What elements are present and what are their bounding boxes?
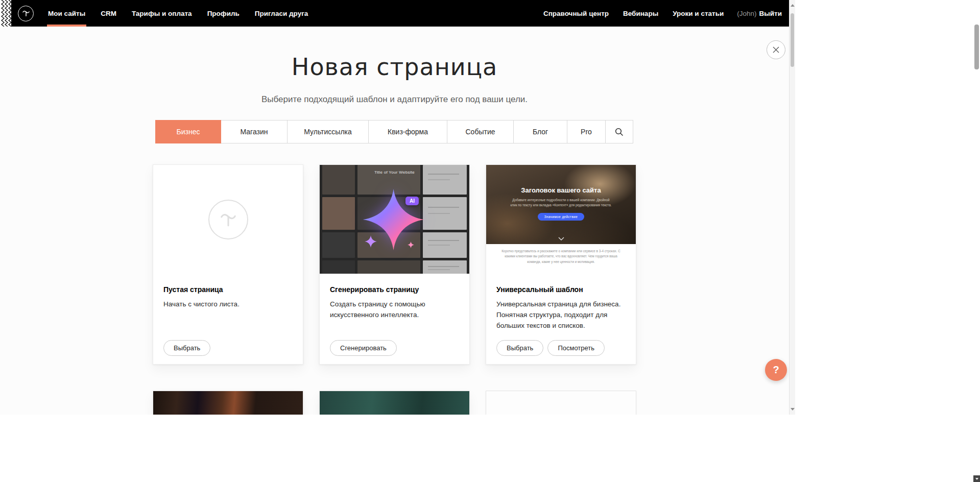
template-card-partial[interactable] [153, 391, 303, 415]
template-category-tabs: Бизнес Магазин Мультиссылка Квиз-форма С… [0, 120, 789, 143]
template-preview-image [320, 391, 469, 415]
card-description: Создать страницу с помощью искусственног… [330, 299, 459, 321]
close-button[interactable] [767, 40, 785, 59]
template-card-universal[interactable]: Заголовок вашего сайта Добавьте интересн… [486, 164, 636, 365]
template-hero-cta: Значимое действие [538, 213, 584, 221]
nav-label: Уроки и статьи [673, 10, 724, 17]
browser-viewport: Мои сайты CRM Тарифы и оплата Профиль Пр… [0, 0, 795, 415]
nav-item-crm[interactable]: CRM [100, 0, 117, 27]
help-button[interactable]: ? [765, 359, 787, 381]
ai-sparkle-tiny-icon [408, 242, 414, 248]
tab-event[interactable]: Событие [447, 120, 514, 143]
screenshot-canvas: Мои сайты CRM Тарифы и оплата Профиль Пр… [0, 0, 980, 482]
main-nav: Мои сайты CRM Тарифы и оплата Профиль Пр… [47, 0, 322, 27]
template-grid-row2 [153, 391, 636, 415]
choose-button[interactable]: Выбрать [496, 340, 543, 356]
preview-button[interactable]: Посмотреть [547, 340, 605, 356]
scrollbar-thumb[interactable] [791, 13, 794, 67]
tilda-watermark-icon [208, 200, 248, 239]
card-body: Пустая страница Начать с чистого листа. [153, 274, 303, 310]
universal-preview: Заголовок вашего сайта Добавьте интересн… [486, 165, 636, 274]
tab-label: Событие [466, 128, 495, 136]
card-actions: Выбрать [163, 340, 210, 356]
card-description: Начать с чистого листа. [163, 299, 293, 310]
card-description: Универсальная страница для бизнеса. Поня… [496, 299, 626, 331]
outer-scroll-down-arrow[interactable] [973, 475, 980, 482]
tab-label: Бизнес [177, 128, 200, 136]
main-content: Новая страница Выберите подходящий шабло… [0, 27, 789, 415]
secondary-nav: Справочный центр Вебинары Уроки и статьи… [542, 0, 782, 27]
search-icon [615, 128, 624, 136]
outer-scrollbar-thumb[interactable] [974, 25, 979, 69]
scroll-down-arrow[interactable] [791, 408, 795, 411]
chevron-down-icon [558, 237, 564, 240]
tab-business[interactable]: Бизнес [155, 120, 221, 143]
tab-blog[interactable]: Блог [513, 120, 567, 143]
template-grid-row1: Пустая страница Начать с чистого листа. … [153, 164, 636, 365]
close-icon [772, 46, 780, 54]
tab-label: Мультиссылка [304, 128, 352, 136]
page-title: Новая страница [0, 53, 789, 81]
nav-label: Профиль [207, 10, 240, 17]
user-logout[interactable]: (John) Выйти [737, 10, 782, 17]
nav-item-tariffs[interactable]: Тарифы и оплата [131, 0, 193, 27]
user-name: (John) [737, 10, 756, 17]
outer-scrollbar[interactable] [973, 0, 980, 482]
nav-item-my-sites[interactable]: Мои сайты [47, 0, 86, 27]
template-card-partial[interactable] [486, 391, 636, 415]
ai-preview: Title of Your Website AI [320, 165, 469, 274]
scrollbar[interactable] [789, 0, 795, 415]
nav-item-profile[interactable]: Профиль [206, 0, 241, 27]
ai-sparkle-small-icon [365, 235, 377, 248]
scroll-up-arrow[interactable] [791, 4, 795, 7]
tab-quiz-form[interactable]: Квиз-форма [368, 120, 447, 143]
tab-label: Квиз-форма [388, 128, 428, 136]
nav-label: Справочный центр [543, 10, 609, 17]
nav-label: CRM [101, 10, 116, 17]
tilda-logo[interactable] [18, 6, 34, 21]
logout-label: Выйти [759, 10, 782, 17]
card-title: Универсальный шаблон [496, 285, 626, 294]
blank-preview [153, 165, 303, 274]
card-actions: Сгенерировать [330, 340, 397, 356]
nav-item-invite-friend[interactable]: Пригласи друга [254, 0, 309, 27]
template-body-section: Коротко представьтесь и расскажите о ком… [486, 244, 636, 274]
zigzag-pattern-icon [0, 0, 11, 27]
template-hero: Заголовок вашего сайта Добавьте интересн… [486, 165, 636, 244]
tab-search[interactable] [605, 120, 633, 143]
card-title: Сгенерировать страницу [330, 285, 459, 294]
nav-item-webinars[interactable]: Вебинары [622, 0, 659, 27]
generate-button[interactable]: Сгенерировать [330, 340, 397, 356]
nav-label: Тарифы и оплата [132, 10, 192, 17]
nav-item-help-center[interactable]: Справочный центр [542, 0, 610, 27]
tab-label: Pro [581, 128, 592, 136]
tab-shop[interactable]: Магазин [221, 120, 288, 143]
template-hero-heading: Заголовок вашего сайта [486, 165, 636, 194]
card-actions: Выбрать Посмотреть [496, 340, 605, 356]
ai-preview-title: Title of Your Website [320, 170, 469, 175]
card-title: Пустая страница [163, 285, 293, 294]
template-card-ai-generate[interactable]: Title of Your Website AI [319, 164, 470, 365]
card-body: Универсальный шаблон Универсальная стран… [486, 274, 636, 331]
nav-item-lessons[interactable]: Уроки и статьи [672, 0, 725, 27]
nav-label: Пригласи друга [255, 10, 308, 17]
template-card-partial[interactable] [319, 391, 470, 415]
tab-label: Блог [533, 128, 548, 136]
template-body-text: Коротко представьтесь и расскажите о ком… [500, 249, 622, 264]
tab-label: Магазин [240, 128, 268, 136]
nav-label: Мои сайты [48, 10, 85, 17]
nav-label: Вебинары [623, 10, 658, 17]
choose-button[interactable]: Выбрать [163, 340, 210, 356]
top-nav-bar: Мои сайты CRM Тарифы и оплата Профиль Пр… [0, 0, 789, 27]
template-preview-image [486, 391, 636, 415]
tab-pro[interactable]: Pro [567, 120, 606, 143]
card-body: Сгенерировать страницу Создать страницу … [320, 274, 469, 321]
template-preview-image [153, 391, 303, 415]
template-card-blank[interactable]: Пустая страница Начать с чистого листа. … [153, 164, 303, 365]
tab-multilink[interactable]: Мультиссылка [287, 120, 369, 143]
template-hero-subtext: Добавьте интересные подробности о вашей … [509, 198, 613, 208]
ai-badge: AI [405, 197, 419, 205]
page-subtitle: Выберите подходящий шаблон и адаптируйте… [0, 94, 789, 105]
